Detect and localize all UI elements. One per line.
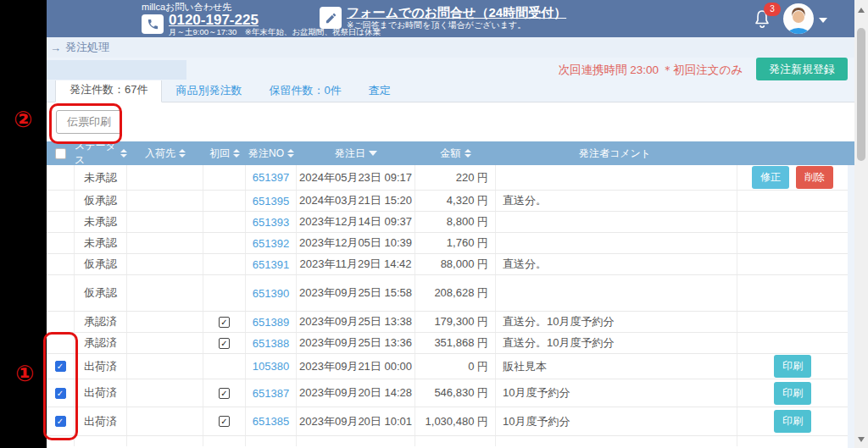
table-row: ✓出荷済1053802023年09月21日 00:000 円販社見本印刷 — [47, 354, 854, 379]
cell-select: ✓ — [47, 407, 75, 435]
cell-status: 出荷済 — [75, 379, 127, 407]
cell-comment — [496, 165, 737, 190]
page-title: 発注処理 — [65, 40, 109, 55]
table-row: ✓出荷済✓6513852023年09月20日 10:011,030,480 円1… — [47, 407, 854, 436]
cell-first-order: ✓ — [203, 379, 246, 407]
scrollbar-down-arrow-icon[interactable] — [858, 437, 865, 442]
cell-order-date: 2023年11月29日 14:42 — [297, 254, 415, 274]
order-no-link[interactable]: 651397 — [253, 171, 289, 184]
table-row: 未承認6513922023年12月05日 10:391,760 円 — [47, 233, 854, 254]
cell-order-date: 2023年09月21日 00:00 — [297, 354, 415, 379]
cell-select — [47, 275, 75, 311]
cell-vendor — [127, 407, 203, 435]
cell-first-order: ✓ — [203, 312, 246, 332]
cell-empty — [127, 436, 203, 446]
order-no-link[interactable]: 651389 — [253, 316, 289, 329]
cell-order-no: 651389 — [246, 312, 297, 332]
notification-bell[interactable]: 3 — [752, 8, 774, 30]
row-checkbox-checked[interactable]: ✓ — [55, 388, 66, 399]
form-contact-link[interactable]: フォームでのお問合せ（24時間受付） — [347, 5, 566, 20]
tab-2[interactable]: 保留件数：0件 — [255, 79, 354, 102]
cell-order-date: 2024年03月21日 15:20 — [297, 191, 415, 211]
cell-first-order: ✓ — [203, 407, 246, 435]
user-menu[interactable] — [783, 3, 827, 34]
column-header-date[interactable]: 発注日 — [297, 141, 415, 165]
cell-comment: 直送分。 — [496, 191, 737, 211]
order-no-link[interactable]: 651391 — [253, 258, 289, 271]
cell-status: 未承認 — [75, 212, 127, 232]
cell-actions: 印刷 — [737, 379, 848, 407]
cell-first-order: ✓ — [203, 333, 246, 353]
cell-status: 仮承認 — [75, 254, 127, 274]
cell-empty — [246, 436, 297, 446]
toolbar: 次回連携時間 23:00 ＊初回注文のみ 発注新規登録 — [47, 58, 854, 80]
cell-select — [47, 191, 75, 211]
cell-status: 仮承認 — [75, 275, 127, 311]
annotation-step-2: ② — [14, 107, 32, 133]
table-row: 仮承認6513902023年09月25日 15:58208,628 円 — [47, 275, 854, 312]
column-header-amount[interactable]: 金額 — [415, 141, 496, 165]
cell-order-date: 2023年09月25日 13:38 — [297, 312, 415, 332]
vertical-scrollbar[interactable] — [854, 0, 868, 448]
cell-vendor — [127, 354, 203, 379]
cell-comment: 直送分。10月度予約分 — [496, 333, 737, 353]
order-no-link[interactable]: 651387 — [253, 387, 289, 400]
cell-amount: 179,300 円 — [415, 312, 496, 332]
sort-icon — [465, 149, 471, 158]
column-label: 発注日 — [335, 147, 365, 161]
tab-0[interactable]: 発注件数：67件 — [55, 77, 162, 102]
order-no-link[interactable]: 651392 — [253, 237, 289, 250]
new-order-button[interactable]: 発注新規登録 — [756, 58, 848, 80]
column-label: ステータス — [75, 139, 117, 168]
order-no-link[interactable]: 651395 — [253, 195, 289, 207]
table-header-row: ステータス入荷先初回発注NO発注日金額発注者コメント — [47, 141, 854, 165]
filter-panel[interactable] — [47, 60, 186, 80]
cell-vendor — [127, 212, 203, 232]
print-button[interactable]: 印刷 — [774, 355, 811, 378]
cell-select — [47, 165, 75, 190]
order-no-link[interactable]: 105380 — [253, 360, 289, 373]
order-no-link[interactable]: 651390 — [253, 287, 289, 300]
sort-desc-icon — [369, 151, 377, 156]
next-sync-notice: 次回連携時間 23:00 ＊初回注文のみ — [559, 63, 743, 78]
column-header-order_no[interactable]: 発注NO — [246, 141, 297, 165]
print-button[interactable]: 印刷 — [774, 382, 811, 405]
cell-first-order — [203, 254, 246, 274]
cell-empty — [47, 436, 75, 446]
row-checkbox-checked[interactable]: ✓ — [55, 416, 66, 427]
first-order-checkbox: ✓ — [219, 388, 230, 399]
first-order-checkbox: ✓ — [219, 338, 230, 349]
edit-button[interactable]: 修正 — [752, 166, 789, 189]
screenshot-root: millcaお問い合わせ先 0120-197-225 月～土9:00～17:30… — [0, 0, 868, 448]
order-no-link[interactable]: 651388 — [253, 337, 289, 350]
cell-empty — [737, 436, 848, 446]
annotation-step-1: ① — [15, 361, 34, 387]
slip-print-button[interactable]: 伝票印刷 — [56, 110, 122, 134]
cell-empty — [203, 436, 246, 446]
cell-order-no: 651393 — [246, 212, 297, 232]
first-order-checkbox: ✓ — [219, 416, 230, 427]
scrollbar-thumb[interactable] — [857, 28, 865, 161]
column-header-vendor[interactable]: 入荷先 — [127, 141, 203, 165]
print-button[interactable]: 印刷 — [774, 410, 811, 433]
column-header-check[interactable] — [47, 141, 75, 165]
tab-3[interactable]: 査定 — [355, 79, 404, 102]
cell-actions — [737, 212, 848, 232]
select-all-checkbox[interactable] — [55, 148, 66, 159]
phone-icon — [142, 14, 164, 34]
tab-1[interactable]: 商品別発注数 — [162, 79, 255, 102]
column-header-status[interactable]: ステータス — [75, 141, 127, 165]
scrollbar-up-arrow-icon[interactable] — [858, 8, 865, 13]
column-header-first[interactable]: 初回 — [203, 141, 246, 165]
delete-button[interactable]: 削除 — [796, 166, 833, 189]
cell-select — [47, 333, 75, 353]
order-no-link[interactable]: 651385 — [253, 415, 289, 428]
cell-order-no: 105380 — [246, 354, 297, 379]
cell-comment — [496, 212, 737, 232]
table-row: 承認済✓6513882023年09月25日 13:36351,868 円直送分。… — [47, 333, 854, 354]
orders-table: ステータス入荷先初回発注NO発注日金額発注者コメント 未承認6513972024… — [47, 141, 854, 446]
row-checkbox-checked[interactable]: ✓ — [55, 361, 66, 372]
order-no-link[interactable]: 651393 — [253, 216, 289, 229]
cell-empty — [297, 436, 415, 446]
cell-actions — [737, 233, 848, 253]
